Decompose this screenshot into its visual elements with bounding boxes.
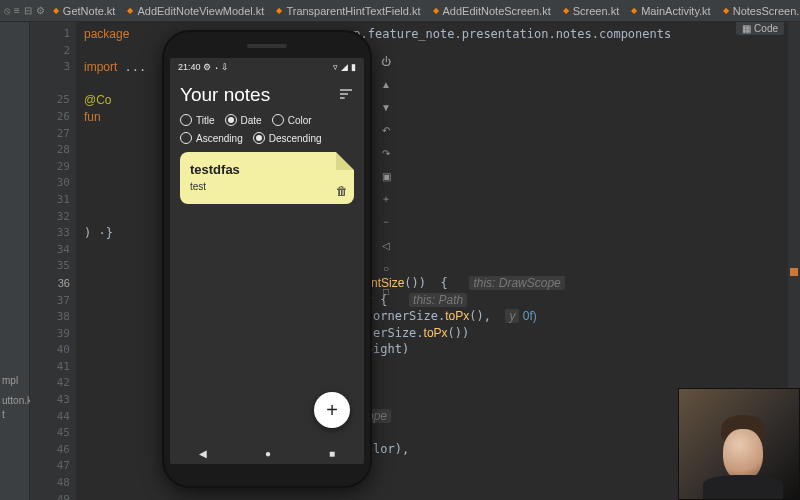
gear-icon: ⚙ bbox=[203, 62, 211, 72]
screenshot-icon[interactable]: ▣ bbox=[379, 169, 393, 183]
note-card[interactable]: testdfas test 🗑 bbox=[180, 152, 354, 204]
note-body: test bbox=[190, 181, 344, 192]
nav-back-icon[interactable]: ◀ bbox=[199, 448, 207, 459]
emulator-toolbar: ⏻ ▲ ▼ ↶ ↷ ▣ ＋ － ◁ ○ □ ⋯ bbox=[377, 54, 395, 321]
emulator-device: 21:40 ⚙ ⬪ ⇩ ▿◢▮ Your notes Title Date Co… bbox=[162, 30, 372, 488]
tab-screen[interactable]: ◆Screen.kt bbox=[557, 0, 625, 22]
notes-app: Your notes Title Date Color Ascending De… bbox=[170, 76, 364, 212]
zoom-in-icon[interactable]: ＋ bbox=[379, 192, 393, 206]
tab-transparenthinttextfield[interactable]: ◆TransparentHintTextField.kt bbox=[270, 0, 426, 22]
svg-rect-0 bbox=[340, 89, 352, 90]
rotate-right-icon[interactable]: ↷ bbox=[379, 146, 393, 160]
kotlin-icon: ◆ bbox=[433, 6, 439, 15]
kotlin-icon: ◆ bbox=[723, 6, 729, 15]
line-gutter: 1 2 3 25 26 27 28 29 30 31 32 33 34 35 3… bbox=[30, 22, 76, 500]
tool-window-bar[interactable]: mpl utton.kt t bbox=[0, 22, 30, 500]
status-time: 21:40 bbox=[178, 62, 201, 72]
stop-icon[interactable]: ⦸ bbox=[4, 4, 10, 18]
warning-marker-icon[interactable] bbox=[790, 268, 798, 276]
wifi-icon: ▿ bbox=[333, 62, 338, 72]
gear-icon[interactable]: ⚙ bbox=[36, 4, 45, 18]
editor-tabs: ⦸ ≡ ⊟ ⚙ ◆GetNote.kt ◆AddEditNoteViewMode… bbox=[0, 0, 800, 22]
signal-icon: ◢ bbox=[341, 62, 348, 72]
home-icon[interactable]: ○ bbox=[379, 261, 393, 275]
power-icon[interactable]: ⏻ bbox=[379, 54, 393, 68]
kotlin-icon: ◆ bbox=[631, 6, 637, 15]
nav-home-icon[interactable]: ● bbox=[265, 448, 271, 459]
radio-ascending[interactable]: Ascending bbox=[180, 132, 243, 144]
more-icon[interactable]: ⋯ bbox=[379, 307, 393, 321]
sort-order-group: Ascending Descending bbox=[180, 132, 354, 144]
radio-title[interactable]: Title bbox=[180, 114, 215, 126]
kotlin-icon: ◆ bbox=[53, 6, 59, 15]
volume-down-icon[interactable]: ▼ bbox=[379, 100, 393, 114]
kotlin-icon: ◆ bbox=[276, 6, 282, 15]
download-icon: ⇩ bbox=[221, 62, 229, 72]
volume-up-icon[interactable]: ▲ bbox=[379, 77, 393, 91]
nav-overview-icon[interactable]: ■ bbox=[329, 448, 335, 459]
rotate-left-icon[interactable]: ↶ bbox=[379, 123, 393, 137]
add-note-fab[interactable]: + bbox=[314, 392, 350, 428]
pin-icon[interactable]: ⊟ bbox=[24, 4, 32, 18]
svg-rect-2 bbox=[340, 97, 345, 98]
align-icon[interactable]: ≡ bbox=[14, 4, 20, 18]
back-icon[interactable]: ◁ bbox=[379, 238, 393, 252]
bug-icon: ⬪ bbox=[214, 62, 219, 72]
kotlin-icon: ◆ bbox=[127, 6, 133, 15]
tab-getnote[interactable]: ◆GetNote.kt bbox=[47, 0, 122, 22]
radio-descending[interactable]: Descending bbox=[253, 132, 322, 144]
android-status-bar: 21:40 ⚙ ⬪ ⇩ ▿◢▮ bbox=[170, 58, 364, 76]
radio-color[interactable]: Color bbox=[272, 114, 312, 126]
radio-date[interactable]: Date bbox=[225, 114, 262, 126]
overview-icon[interactable]: □ bbox=[379, 284, 393, 298]
sort-icon[interactable] bbox=[338, 86, 354, 105]
page-title: Your notes bbox=[180, 84, 270, 106]
phone-speaker bbox=[247, 44, 287, 48]
tab-addeditnotescreen[interactable]: ◆AddEditNoteScreen.kt bbox=[427, 0, 557, 22]
phone-screen[interactable]: 21:40 ⚙ ⬪ ⇩ ▿◢▮ Your notes Title Date Co… bbox=[170, 58, 364, 464]
svg-rect-1 bbox=[340, 93, 348, 94]
tab-mainactivity[interactable]: ◆MainActivity.kt bbox=[625, 0, 716, 22]
zoom-out-icon[interactable]: － bbox=[379, 215, 393, 229]
note-title: testdfas bbox=[190, 162, 344, 177]
delete-icon[interactable]: 🗑 bbox=[336, 184, 348, 198]
kotlin-icon: ◆ bbox=[563, 6, 569, 15]
webcam-thumbnail bbox=[678, 388, 800, 500]
tab-notesscreen[interactable]: ◆NotesScreen.kt bbox=[717, 0, 800, 22]
sort-by-group: Title Date Color bbox=[180, 114, 354, 126]
tab-addeditnoteviewmodel[interactable]: ◆AddEditNoteViewModel.kt bbox=[121, 0, 270, 22]
android-nav-bar: ◀ ● ■ bbox=[170, 442, 364, 464]
battery-icon: ▮ bbox=[351, 62, 356, 72]
